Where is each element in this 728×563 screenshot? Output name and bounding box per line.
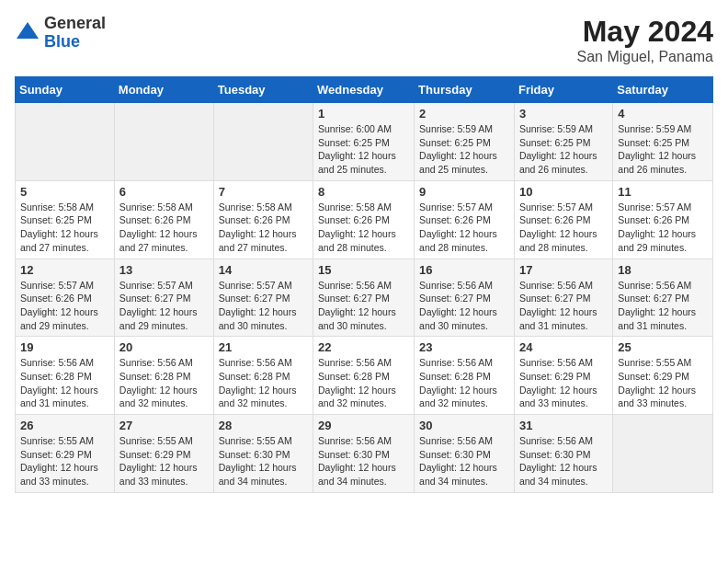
day-number: 26 bbox=[20, 419, 109, 432]
week-row-5: 26Sunrise: 5:55 AM Sunset: 6:29 PM Dayli… bbox=[16, 415, 713, 493]
day-number: 15 bbox=[318, 263, 409, 277]
calendar-cell: 25Sunrise: 5:55 AM Sunset: 6:29 PM Dayli… bbox=[613, 337, 713, 415]
day-number: 12 bbox=[20, 263, 109, 277]
day-number: 23 bbox=[419, 340, 509, 354]
calendar-cell bbox=[114, 103, 213, 181]
day-info: Sunrise: 5:56 AM Sunset: 6:28 PM Dayligh… bbox=[219, 356, 308, 410]
month-title: May 2024 bbox=[576, 15, 713, 49]
day-info: Sunrise: 5:57 AM Sunset: 6:26 PM Dayligh… bbox=[519, 201, 608, 255]
weekday-header-tuesday: Tuesday bbox=[213, 77, 313, 103]
day-info: Sunrise: 5:55 AM Sunset: 6:29 PM Dayligh… bbox=[20, 434, 109, 488]
day-info: Sunrise: 5:57 AM Sunset: 6:27 PM Dayligh… bbox=[219, 279, 308, 333]
day-info: Sunrise: 5:59 AM Sunset: 6:25 PM Dayligh… bbox=[519, 122, 608, 177]
calendar-cell: 8Sunrise: 5:58 AM Sunset: 6:26 PM Daylig… bbox=[313, 180, 415, 259]
calendar-cell bbox=[213, 103, 313, 181]
calendar-cell: 19Sunrise: 5:56 AM Sunset: 6:28 PM Dayli… bbox=[16, 337, 115, 415]
calendar-cell: 14Sunrise: 5:57 AM Sunset: 6:27 PM Dayli… bbox=[213, 259, 313, 337]
day-number: 1 bbox=[318, 107, 409, 121]
weekday-header-sunday: Sunday bbox=[16, 77, 115, 103]
day-number: 6 bbox=[119, 185, 209, 199]
day-number: 31 bbox=[519, 419, 608, 432]
calendar-cell: 28Sunrise: 5:55 AM Sunset: 6:30 PM Dayli… bbox=[213, 415, 313, 493]
calendar-cell: 24Sunrise: 5:56 AM Sunset: 6:29 PM Dayli… bbox=[514, 337, 612, 415]
calendar-cell: 31Sunrise: 5:56 AM Sunset: 6:30 PM Dayli… bbox=[514, 415, 612, 493]
day-info: Sunrise: 5:59 AM Sunset: 6:25 PM Dayligh… bbox=[618, 122, 708, 177]
day-info: Sunrise: 5:59 AM Sunset: 6:25 PM Dayligh… bbox=[419, 122, 509, 177]
day-info: Sunrise: 5:56 AM Sunset: 6:27 PM Dayligh… bbox=[419, 279, 509, 333]
day-number: 8 bbox=[318, 185, 409, 199]
day-number: 5 bbox=[20, 185, 109, 199]
calendar-body: 1Sunrise: 6:00 AM Sunset: 6:25 PM Daylig… bbox=[16, 103, 713, 493]
calendar-cell: 3Sunrise: 5:59 AM Sunset: 6:25 PM Daylig… bbox=[514, 103, 612, 181]
page-header: General Blue May 2024 San Miguel, Panama bbox=[15, 15, 713, 65]
day-number: 28 bbox=[219, 419, 308, 432]
day-info: Sunrise: 5:58 AM Sunset: 6:26 PM Dayligh… bbox=[219, 201, 308, 255]
calendar-cell: 1Sunrise: 6:00 AM Sunset: 6:25 PM Daylig… bbox=[313, 103, 415, 181]
svg-marker-0 bbox=[17, 22, 39, 39]
weekday-header-friday: Friday bbox=[514, 77, 612, 103]
calendar-cell: 5Sunrise: 5:58 AM Sunset: 6:25 PM Daylig… bbox=[16, 180, 115, 259]
day-number: 20 bbox=[119, 340, 209, 354]
logo-text: General Blue bbox=[44, 15, 106, 52]
location-title: San Miguel, Panama bbox=[576, 49, 713, 65]
day-info: Sunrise: 5:57 AM Sunset: 6:26 PM Dayligh… bbox=[419, 201, 509, 255]
day-info: Sunrise: 5:56 AM Sunset: 6:28 PM Dayligh… bbox=[419, 356, 509, 410]
day-info: Sunrise: 5:58 AM Sunset: 6:25 PM Dayligh… bbox=[20, 201, 109, 255]
calendar-cell: 11Sunrise: 5:57 AM Sunset: 6:26 PM Dayli… bbox=[613, 180, 713, 259]
day-info: Sunrise: 5:56 AM Sunset: 6:28 PM Dayligh… bbox=[318, 356, 409, 410]
calendar-cell bbox=[16, 103, 115, 181]
weekday-header-wednesday: Wednesday bbox=[313, 77, 415, 103]
calendar-cell: 15Sunrise: 5:56 AM Sunset: 6:27 PM Dayli… bbox=[313, 259, 415, 337]
calendar-cell: 16Sunrise: 5:56 AM Sunset: 6:27 PM Dayli… bbox=[415, 259, 515, 337]
day-info: Sunrise: 5:55 AM Sunset: 6:30 PM Dayligh… bbox=[219, 434, 308, 488]
calendar-cell: 26Sunrise: 5:55 AM Sunset: 6:29 PM Dayli… bbox=[16, 415, 115, 493]
day-info: Sunrise: 5:56 AM Sunset: 6:27 PM Dayligh… bbox=[318, 279, 409, 333]
logo-general: General bbox=[44, 15, 106, 33]
day-info: Sunrise: 5:55 AM Sunset: 6:29 PM Dayligh… bbox=[618, 356, 708, 410]
week-row-3: 12Sunrise: 5:57 AM Sunset: 6:26 PM Dayli… bbox=[16, 259, 713, 337]
day-number: 7 bbox=[219, 185, 308, 199]
logo-blue: Blue bbox=[44, 33, 106, 52]
calendar-cell: 22Sunrise: 5:56 AM Sunset: 6:28 PM Dayli… bbox=[313, 337, 415, 415]
calendar-cell bbox=[613, 415, 713, 493]
day-number: 21 bbox=[219, 340, 308, 354]
day-info: Sunrise: 5:56 AM Sunset: 6:30 PM Dayligh… bbox=[519, 434, 608, 488]
day-info: Sunrise: 5:57 AM Sunset: 6:27 PM Dayligh… bbox=[119, 279, 209, 333]
day-number: 3 bbox=[519, 107, 608, 121]
day-info: Sunrise: 5:58 AM Sunset: 6:26 PM Dayligh… bbox=[119, 201, 209, 255]
weekday-header-thursday: Thursday bbox=[415, 77, 515, 103]
calendar-header: SundayMondayTuesdayWednesdayThursdayFrid… bbox=[16, 77, 713, 103]
calendar-cell: 10Sunrise: 5:57 AM Sunset: 6:26 PM Dayli… bbox=[514, 180, 612, 259]
calendar-cell: 12Sunrise: 5:57 AM Sunset: 6:26 PM Dayli… bbox=[16, 259, 115, 337]
day-info: Sunrise: 5:56 AM Sunset: 6:27 PM Dayligh… bbox=[618, 279, 708, 333]
day-number: 11 bbox=[618, 185, 708, 199]
calendar-cell: 18Sunrise: 5:56 AM Sunset: 6:27 PM Dayli… bbox=[613, 259, 713, 337]
day-number: 30 bbox=[419, 419, 509, 432]
day-info: Sunrise: 5:56 AM Sunset: 6:30 PM Dayligh… bbox=[318, 434, 409, 488]
day-info: Sunrise: 5:56 AM Sunset: 6:29 PM Dayligh… bbox=[519, 356, 608, 410]
day-number: 10 bbox=[519, 185, 608, 199]
day-number: 19 bbox=[20, 340, 109, 354]
day-number: 18 bbox=[618, 263, 708, 277]
calendar-cell: 2Sunrise: 5:59 AM Sunset: 6:25 PM Daylig… bbox=[415, 103, 515, 181]
calendar-cell: 13Sunrise: 5:57 AM Sunset: 6:27 PM Dayli… bbox=[114, 259, 213, 337]
calendar-cell: 20Sunrise: 5:56 AM Sunset: 6:28 PM Dayli… bbox=[114, 337, 213, 415]
calendar-cell: 4Sunrise: 5:59 AM Sunset: 6:25 PM Daylig… bbox=[613, 103, 713, 181]
day-info: Sunrise: 5:57 AM Sunset: 6:26 PM Dayligh… bbox=[618, 201, 708, 255]
calendar-cell: 23Sunrise: 5:56 AM Sunset: 6:28 PM Dayli… bbox=[415, 337, 515, 415]
day-number: 24 bbox=[519, 340, 608, 354]
calendar-cell: 7Sunrise: 5:58 AM Sunset: 6:26 PM Daylig… bbox=[213, 180, 313, 259]
weekday-header-saturday: Saturday bbox=[613, 77, 713, 103]
calendar-cell: 6Sunrise: 5:58 AM Sunset: 6:26 PM Daylig… bbox=[114, 180, 213, 259]
day-number: 16 bbox=[419, 263, 509, 277]
day-info: Sunrise: 5:55 AM Sunset: 6:29 PM Dayligh… bbox=[119, 434, 209, 488]
day-number: 22 bbox=[318, 340, 409, 354]
calendar-cell: 21Sunrise: 5:56 AM Sunset: 6:28 PM Dayli… bbox=[213, 337, 313, 415]
weekday-header-row: SundayMondayTuesdayWednesdayThursdayFrid… bbox=[16, 77, 713, 103]
calendar-cell: 29Sunrise: 5:56 AM Sunset: 6:30 PM Dayli… bbox=[313, 415, 415, 493]
day-number: 14 bbox=[219, 263, 308, 277]
week-row-2: 5Sunrise: 5:58 AM Sunset: 6:25 PM Daylig… bbox=[16, 180, 713, 259]
title-block: May 2024 San Miguel, Panama bbox=[576, 15, 713, 65]
calendar-table: SundayMondayTuesdayWednesdayThursdayFrid… bbox=[15, 76, 713, 493]
day-info: Sunrise: 5:56 AM Sunset: 6:27 PM Dayligh… bbox=[519, 279, 608, 333]
